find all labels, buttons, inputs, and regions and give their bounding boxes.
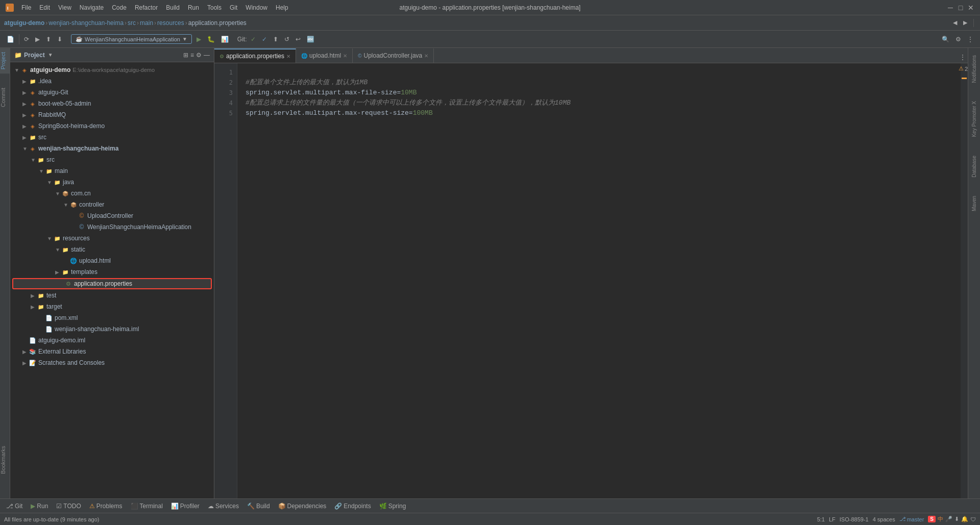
tree-item-static[interactable]: ▼ 📁 static <box>10 244 214 255</box>
run-config-button[interactable]: ☕ WenjianShangchuanHeimaApplication ▼ <box>71 34 192 44</box>
database-button[interactable]: Database <box>971 153 977 181</box>
tree-item-atguigu-demo[interactable]: ▼ ◈ atguigu-demo E:\idea-workspace\atgui… <box>10 64 214 76</box>
endpoints-bottom-button[interactable]: 🔗 Endpoints <box>332 502 373 511</box>
toolbar-btn-4[interactable]: ⬇ <box>55 34 65 44</box>
more-button[interactable]: ⋮ <box>965 34 976 44</box>
tree-item-ext-libs[interactable]: ▶ 📚 External Libraries <box>10 346 214 357</box>
minimize-button[interactable]: ─ <box>946 4 954 12</box>
coverage-button[interactable]: 📊 <box>218 34 231 44</box>
tree-item-uploadcontroller[interactable]: © UploadController <box>10 210 214 221</box>
run-bottom-button[interactable]: ▶ Run <box>29 502 50 511</box>
tree-item-rabbitmq[interactable]: ▶ ◈ RabbitMQ <box>10 109 214 120</box>
tab-close-button[interactable]: ✕ <box>424 53 428 59</box>
indent[interactable]: 4 spaces <box>873 516 895 522</box>
breadcrumb-resources[interactable]: resources <box>157 19 184 27</box>
new-file-button[interactable]: 📄 <box>4 34 17 44</box>
notifications-button[interactable]: Notifications <box>971 52 977 86</box>
search-button[interactable]: 🔍 <box>939 34 952 44</box>
git-bottom-button[interactable]: ⎇ Git <box>4 502 24 511</box>
tree-item-test[interactable]: ▶ 📁 test <box>10 290 214 301</box>
tree-item-atguigu-git[interactable]: ▶ ◈ atguigu-Git <box>10 87 214 98</box>
menu-help[interactable]: Help <box>272 3 292 12</box>
tab-upload-controller[interactable]: © UploadController.java ✕ <box>353 48 434 63</box>
project-tool-button[interactable]: Project <box>0 48 10 73</box>
nav-forward-button[interactable]: ▶ <box>961 18 969 27</box>
terminal-bottom-button[interactable]: ⬛ Terminal <box>129 502 165 511</box>
tree-item-idea[interactable]: ▶ 📁 .idea <box>10 76 214 87</box>
code-editor[interactable]: #配置单个文件上传的最大值，默认为1MB spring.servlet.mult… <box>237 63 961 498</box>
tab-more-button[interactable]: ⋮ <box>958 52 968 63</box>
maven-button[interactable]: Maven <box>971 193 977 214</box>
encoding[interactable]: ISO-8859-1 <box>840 516 869 522</box>
hide-icon[interactable]: — <box>204 52 210 59</box>
tree-item-src[interactable]: ▼ 📁 src <box>10 154 214 165</box>
git-update-button[interactable]: ✓ <box>259 34 270 44</box>
bookmarks-tool-button[interactable]: Bookmarks <box>0 442 10 478</box>
menu-edit[interactable]: Edit <box>35 3 54 12</box>
nav-back-button[interactable]: ◀ <box>951 18 959 27</box>
maximize-button[interactable]: □ <box>957 4 965 12</box>
tree-item-src-root[interactable]: ▶ 📁 src <box>10 132 214 143</box>
translate-button[interactable]: 🔤 <box>304 34 317 44</box>
tab-close-button[interactable]: ✕ <box>343 53 347 59</box>
menu-window[interactable]: Window <box>241 3 272 12</box>
git-checkmark-button[interactable]: ✓ <box>248 34 258 44</box>
tree-item-controller[interactable]: ▼ 📦 controller <box>10 199 214 210</box>
tree-item-resources[interactable]: ▼ 📁 resources <box>10 233 214 244</box>
breadcrumb-module[interactable]: wenjian-shangchuan-heima <box>48 19 124 27</box>
tree-item-springboot[interactable]: ▶ ◈ SpringBoot-heima-demo <box>10 120 214 132</box>
git-push-button[interactable]: ⬆ <box>271 34 281 44</box>
run-button[interactable]: ▶ <box>194 34 204 44</box>
build-bottom-button[interactable]: 🔨 Build <box>245 502 272 511</box>
tree-item-boot-web[interactable]: ▶ ◈ boot-web-05-admin <box>10 98 214 109</box>
key-promoter-button[interactable]: Key Promoter X <box>971 98 977 140</box>
tree-item-target[interactable]: ▶ 📁 target <box>10 301 214 312</box>
menu-run[interactable]: Run <box>184 3 203 12</box>
menu-view[interactable]: View <box>54 3 76 12</box>
debug-button[interactable]: 🐛 <box>205 34 217 44</box>
tree-item-upload-html[interactable]: 🌐 upload.html <box>10 255 214 266</box>
tree-item-wenjian-iml[interactable]: 📄 wenjian-shangchuan-heima.iml <box>10 323 214 335</box>
menu-navigate[interactable]: Navigate <box>76 3 108 12</box>
settings-button[interactable]: ⚙ <box>953 34 964 44</box>
tree-item-application[interactable]: © WenjianShangchuanHeimaApplication <box>10 221 214 233</box>
tab-upload-html[interactable]: 🌐 upload.html ✕ <box>296 48 353 63</box>
dependencies-bottom-button[interactable]: 📦 Dependencies <box>276 502 329 511</box>
commit-tool-button[interactable]: Commit <box>0 84 10 111</box>
tree-item-java[interactable]: ▼ 📁 java <box>10 177 214 188</box>
breadcrumb-src[interactable]: src <box>128 19 136 27</box>
tree-item-scratches[interactable]: ▶ 📝 Scratches and Consoles <box>10 357 214 368</box>
close-button[interactable]: ✕ <box>967 4 975 12</box>
menu-git[interactable]: Git <box>226 3 241 12</box>
tree-item-application-properties[interactable]: ⚙ application.properties <box>12 278 212 289</box>
tree-item-comcn[interactable]: ▼ 📦 com.cn <box>10 188 214 199</box>
git-pull-button[interactable]: ↺ <box>282 34 292 44</box>
tab-application-properties[interactable]: ⚙ application.properties ✕ <box>214 48 296 63</box>
menu-file[interactable]: File <box>17 3 35 12</box>
tree-item-pomxml[interactable]: 📄 pom.xml <box>10 312 214 323</box>
breadcrumb-main[interactable]: main <box>140 19 153 27</box>
toolbar-btn-3[interactable]: ⬆ <box>43 34 54 44</box>
cursor-position[interactable]: 5:1 <box>817 516 825 522</box>
tree-item-wenjian[interactable]: ▼ ◈ wenjian-shangchuan-heima <box>10 143 214 154</box>
menu-tools[interactable]: Tools <box>203 3 226 12</box>
menu-code[interactable]: Code <box>108 3 131 12</box>
sync-icon[interactable]: ⊞ <box>183 52 188 59</box>
line-ending[interactable]: LF <box>829 516 836 522</box>
settings-icon[interactable]: ⚙ <box>196 52 202 59</box>
tab-close-button[interactable]: ✕ <box>286 54 290 59</box>
project-dropdown-arrow[interactable]: ▼ <box>48 52 53 58</box>
git-back-button[interactable]: ↩ <box>293 34 303 44</box>
spring-bottom-button[interactable]: 🌿 Spring <box>377 502 408 511</box>
menu-refactor[interactable]: Refactor <box>131 3 162 12</box>
breadcrumb-project[interactable]: atguigu-demo <box>4 19 44 27</box>
toolbar-btn-1[interactable]: ⟳ <box>21 34 32 44</box>
todo-bottom-button[interactable]: ☑ TODO <box>54 502 83 511</box>
tree-item-templates[interactable]: ▶ 📁 templates <box>10 266 214 278</box>
collapse-icon[interactable]: ≡ <box>190 52 194 59</box>
menu-build[interactable]: Build <box>162 3 184 12</box>
git-branch[interactable]: ⎇ master <box>899 516 924 522</box>
tree-item-main[interactable]: ▼ 📁 main <box>10 165 214 177</box>
services-bottom-button[interactable]: ☁ Services <box>206 502 241 511</box>
breadcrumb-file[interactable]: application.properties <box>188 19 247 27</box>
